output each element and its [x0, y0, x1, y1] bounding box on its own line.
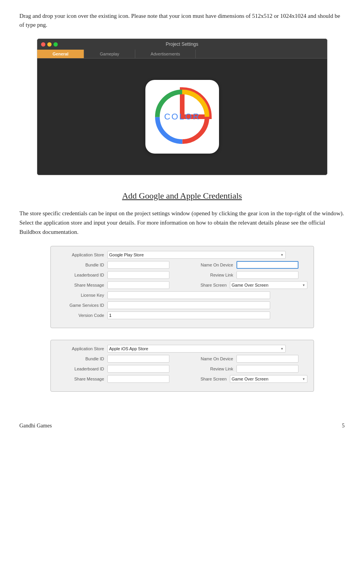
google-left-col-1: Bundle ID — [57, 261, 178, 269]
game-services-id-input[interactable] — [107, 301, 270, 309]
apple-name-on-device-label: Name On Device — [186, 356, 236, 361]
version-code-label: Version Code — [57, 313, 107, 318]
google-app-store-value: Google Play Store — [109, 252, 144, 257]
svg-text:COLOR: COLOR — [164, 112, 200, 121]
apple-right-col-2: Review Link — [186, 365, 307, 373]
window-content: COLOR — [37, 59, 327, 175]
apple-share-screen-select[interactable]: Game Over Screen ▼ — [230, 375, 307, 383]
app-icon-wrapper: COLOR — [145, 80, 219, 154]
license-key-label: License Key — [57, 293, 107, 297]
share-screen-arrow-icon: ▼ — [302, 284, 305, 287]
apple-dropdown-arrow-icon: ▼ — [281, 347, 284, 351]
apple-name-on-device-input[interactable] — [236, 355, 298, 363]
google-fields-row-1: Bundle ID Name On Device — [57, 261, 307, 269]
apple-right-col-3: Share Screen Game Over Screen ▼ — [179, 375, 307, 383]
page-number: 5 — [342, 423, 345, 429]
apple-fields-row-3: Share Message Share Screen Game Over Scr… — [57, 375, 307, 383]
intro-text: Drag and drop your icon over the existin… — [19, 12, 345, 29]
apple-app-store-row: Application Store Apple iOS App Store ▼ — [57, 345, 307, 353]
google-credentials-panel: Application Store Google Play Store ▼ Bu… — [50, 246, 314, 328]
review-link-input[interactable] — [236, 271, 298, 279]
apple-fields-row-2: Leaderboard ID Review Link — [57, 365, 307, 373]
license-key-input[interactable] — [107, 291, 270, 299]
share-message-input[interactable] — [107, 281, 169, 289]
google-left-col-3: Share Message — [57, 281, 172, 289]
apple-review-link-input[interactable] — [236, 365, 298, 373]
leaderboard-id-input[interactable] — [107, 271, 169, 279]
apple-app-store-value: Apple iOS App Store — [109, 346, 148, 351]
review-link-label: Review Link — [186, 273, 236, 277]
apple-right-col-1: Name On Device — [186, 355, 307, 363]
game-services-id-label: Game Services ID — [57, 303, 107, 308]
dot-red — [41, 42, 45, 47]
share-screen-label: Share Screen — [179, 283, 230, 287]
section-body: The store specific credentials can be in… — [19, 209, 345, 237]
apple-leaderboard-id-input[interactable] — [107, 365, 169, 373]
apple-share-screen-value: Game Over Screen — [232, 377, 269, 381]
dot-yellow — [47, 42, 52, 47]
footer: Gandhi Games 5 — [19, 423, 345, 429]
apple-leaderboard-id-label: Leaderboard ID — [57, 367, 107, 371]
apple-bundle-id-label: Bundle ID — [57, 356, 107, 361]
google-fields-row-3: Share Message Share Screen Game Over Scr… — [57, 281, 307, 289]
google-right-col-1: Name On Device — [186, 261, 307, 269]
apple-left-col-2: Leaderboard ID — [57, 365, 178, 373]
company-name: Gandhi Games — [19, 423, 52, 429]
google-app-store-row: Application Store Google Play Store ▼ — [57, 251, 307, 259]
leaderboard-id-label: Leaderboard ID — [57, 273, 107, 277]
google-left-col-2: Leaderboard ID — [57, 271, 178, 279]
share-screen-value: Game Over Screen — [232, 283, 269, 287]
window-titlebar: Project Settings — [37, 39, 327, 50]
tab-advertisements[interactable]: Advertisements — [135, 50, 196, 58]
apple-credentials-panel: Application Store Apple iOS App Store ▼ … — [50, 340, 314, 392]
bundle-id-input[interactable] — [107, 261, 169, 269]
apple-left-col-1: Bundle ID — [57, 355, 178, 363]
dropdown-arrow-icon: ▼ — [281, 253, 284, 257]
google-fields-row-6: Version Code — [57, 311, 307, 319]
google-fields-row-4: License Key — [57, 291, 307, 299]
share-screen-select[interactable]: Game Over Screen ▼ — [230, 281, 307, 289]
apple-left-col-3: Share Message — [57, 375, 172, 383]
bundle-id-label: Bundle ID — [57, 263, 107, 267]
version-code-input[interactable] — [107, 311, 270, 319]
tab-gameplay[interactable]: Gameplay — [84, 50, 135, 58]
google-fields-row-2: Leaderboard ID Review Link — [57, 271, 307, 279]
color-ring-icon: COLOR — [149, 84, 215, 150]
share-message-label: Share Message — [57, 283, 107, 287]
window-tabs: General Gameplay Advertisements — [37, 50, 327, 59]
apple-share-message-label: Share Message — [57, 377, 107, 381]
project-settings-screenshot: Project Settings General Gameplay Advert… — [37, 38, 328, 175]
apple-app-store-label: Application Store — [57, 346, 107, 351]
window-controls — [41, 42, 58, 47]
tab-general[interactable]: General — [37, 50, 85, 58]
google-app-store-select[interactable]: Google Play Store ▼ — [107, 251, 286, 259]
apple-review-link-label: Review Link — [186, 367, 236, 371]
apple-app-store-select[interactable]: Apple iOS App Store ▼ — [107, 345, 286, 353]
name-on-device-input[interactable] — [236, 261, 298, 269]
google-app-store-label: Application Store — [57, 252, 107, 257]
google-fields-row-5: Game Services ID — [57, 301, 307, 309]
name-on-device-label: Name On Device — [186, 263, 236, 267]
apple-share-screen-arrow-icon: ▼ — [302, 377, 305, 381]
google-right-col-3: Share Screen Game Over Screen ▼ — [179, 281, 307, 289]
apple-share-screen-label: Share Screen — [179, 377, 230, 381]
dot-green — [53, 42, 58, 47]
google-right-col-2: Review Link — [186, 271, 307, 279]
window-title: Project Settings — [166, 42, 198, 47]
section-heading: Add Google and Apple Credentials — [19, 191, 345, 201]
apple-bundle-id-input[interactable] — [107, 355, 169, 363]
apple-share-message-input[interactable] — [107, 375, 169, 383]
apple-fields-row-1: Bundle ID Name On Device — [57, 355, 307, 363]
